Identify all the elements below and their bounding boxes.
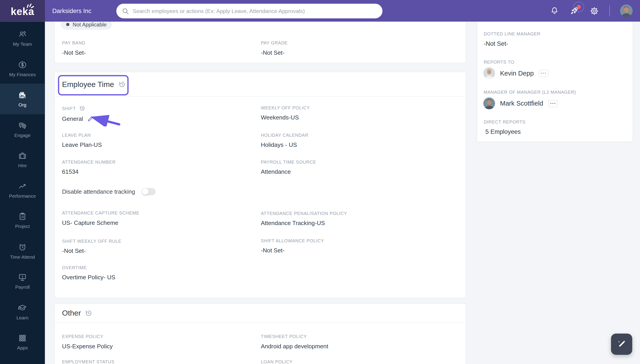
- sidebar-item-time-attend[interactable]: Time Attend: [0, 236, 45, 266]
- finances-icon: [18, 60, 27, 70]
- attendance-penalisation-policy-value: Attendance Tracking-US: [261, 220, 347, 226]
- attendance-number-label: ATTENDANCE NUMBER: [62, 159, 116, 164]
- company-name: Darksiders Inc: [52, 0, 91, 22]
- sidebar-label: Learn: [16, 315, 29, 320]
- sidebar-item-learn[interactable]: Learn: [0, 296, 45, 327]
- employee-time-header: Employee Time: [55, 72, 466, 96]
- team-icon: [18, 29, 27, 39]
- shift-weekly-off-rule-value: -Not Set-: [62, 248, 121, 254]
- pay-band-label: PAY BAND: [62, 40, 86, 45]
- top-bar: keka Darksiders Inc: [0, 0, 640, 22]
- attendance-capture-scheme-value: US- Capture Scheme: [62, 220, 140, 226]
- magic-wand-icon: [616, 339, 627, 350]
- reports-to-row: Kevin Depp: [483, 67, 548, 79]
- logo-spark-icon: [26, 3, 35, 10]
- payroll-time-source-value: Attendance: [261, 168, 316, 175]
- attendance-number-value: 61534: [62, 168, 116, 175]
- user-avatar-photo: [620, 4, 632, 17]
- overtime-label: OVERTIME: [62, 265, 87, 270]
- weekly-off-policy-value: Weekends-US: [261, 114, 310, 120]
- sidebar-item-engage[interactable]: Engage: [0, 114, 45, 144]
- history-icon[interactable]: [85, 309, 92, 317]
- sidebar-item-org[interactable]: Org: [0, 84, 45, 114]
- timesheet-policy-label: TIMESHEET POLICY: [261, 334, 307, 339]
- sidebar-item-apps[interactable]: Apps: [0, 326, 45, 357]
- sidebar-label: Engage: [14, 133, 31, 138]
- keka-app: keka Darksiders Inc: [0, 0, 640, 364]
- leave-plan-value: Leave Plan-US: [62, 142, 102, 148]
- topbar-actions: [549, 0, 632, 22]
- other-header: Other: [55, 304, 466, 323]
- time-attend-icon: [18, 242, 27, 252]
- dotted-line-manager-label: DOTTED LINE MANAGER: [484, 32, 540, 36]
- notification-dot: [577, 5, 581, 9]
- reports-to-label: REPORTS TO: [484, 60, 514, 64]
- keka-logo[interactable]: keka: [0, 0, 45, 22]
- direct-reports-label: DIRECT REPORTS: [484, 120, 525, 124]
- assistant-wand-button[interactable]: [611, 334, 632, 355]
- l2-manager-avatar-photo: [483, 98, 495, 110]
- apps-icon: [18, 333, 27, 343]
- status-dot-icon: [66, 23, 70, 26]
- pay-band-value: -Not Set-: [62, 49, 86, 56]
- user-avatar[interactable]: [620, 4, 632, 17]
- history-icon[interactable]: [79, 105, 85, 111]
- pay-grade-value: -Not Set-: [261, 49, 288, 56]
- notifications-button[interactable]: [549, 6, 559, 16]
- l2-manager-label: MANAGER OF MANAGER (L2 MANAGER): [484, 90, 576, 94]
- weekly-off-policy-label: WEEKLY OFF POLICY: [261, 105, 310, 110]
- topbar-divider: [609, 6, 610, 16]
- employee-time-title: Employee Time: [62, 80, 114, 89]
- holiday-calendar-label: HOLIDAY CALENDAR: [261, 132, 308, 138]
- gear-icon: [589, 6, 599, 16]
- sidebar-label: My Team: [13, 42, 32, 46]
- reports-to-name[interactable]: Kevin Depp: [500, 70, 534, 77]
- sidebar-item-hire[interactable]: Hire: [0, 144, 45, 175]
- shift-allowance-policy-label: SHIFT ALLOWANCE POLICY: [261, 238, 324, 243]
- sidebar-label: Hire: [18, 163, 27, 168]
- other-title: Other: [62, 308, 81, 318]
- manager-more-button[interactable]: [539, 70, 548, 77]
- bell-icon: [550, 6, 559, 16]
- search-icon: [122, 8, 129, 14]
- disable-attendance-tracking-toggle[interactable]: [142, 188, 155, 196]
- disable-attendance-tracking-label: Disable attendance tracking: [62, 188, 135, 195]
- sidebar-item-performance[interactable]: Performance: [0, 175, 45, 205]
- screen: keka Darksiders Inc: [0, 0, 640, 364]
- engage-icon: [18, 120, 27, 130]
- leave-plan-label: LEAVE PLAN: [62, 132, 91, 138]
- l2-manager-avatar[interactable]: [483, 98, 495, 110]
- sidebar-label: Apps: [17, 346, 28, 350]
- employment-status-label: EMPLOYMENT STATUS: [62, 359, 115, 364]
- l2-manager-name[interactable]: Mark Scottfield: [500, 100, 543, 107]
- holiday-calendar-value: Holidays - US: [261, 142, 308, 148]
- attendance-capture-scheme-label: ATTENDANCE CAPTURE SCHEME: [62, 210, 140, 216]
- attendance-penalisation-policy-label: ATTENDANCE PENALISATION POLICY: [261, 211, 347, 216]
- learn-icon: [18, 303, 27, 313]
- svg-text:$: $: [22, 275, 23, 278]
- settings-button[interactable]: [589, 6, 599, 16]
- shift-weekly-off-rule-label: SHIFT WEEKLY OFF RULE: [62, 238, 121, 244]
- pay-grade-label: PAY GRADE: [261, 40, 288, 45]
- sidebar-label: Payroll: [15, 285, 30, 290]
- search-input[interactable]: [133, 8, 377, 14]
- whats-new-button[interactable]: [569, 6, 579, 16]
- sidebar-item-payroll[interactable]: $ Payroll: [0, 266, 45, 296]
- overtime-value: Overtime Policy- US: [62, 274, 116, 280]
- dotted-line-manager-value: -Not Set-: [484, 40, 508, 47]
- manager-avatar[interactable]: [483, 67, 495, 79]
- sidebar-nav: My Team My Finances Org: [0, 22, 45, 364]
- expense-policy-label: EXPENSE POLICY: [62, 334, 103, 339]
- l2-manager-more-button[interactable]: [548, 100, 557, 107]
- shift-allowance-policy-value: -Not Set-: [261, 247, 324, 254]
- direct-reports-value[interactable]: 5 Employees: [485, 128, 521, 135]
- history-icon[interactable]: [118, 80, 126, 88]
- org-icon: [18, 90, 27, 100]
- manager-avatar-photo: [483, 67, 495, 79]
- sidebar-item-my-finances[interactable]: My Finances: [0, 53, 45, 84]
- sidebar-item-project[interactable]: Project: [0, 205, 45, 236]
- global-search: [116, 4, 383, 18]
- sidebar-item-my-team[interactable]: My Team: [0, 23, 45, 53]
- loan-policy-label: LOAN POLICY: [261, 359, 292, 364]
- edit-pencil-icon[interactable]: [87, 116, 93, 122]
